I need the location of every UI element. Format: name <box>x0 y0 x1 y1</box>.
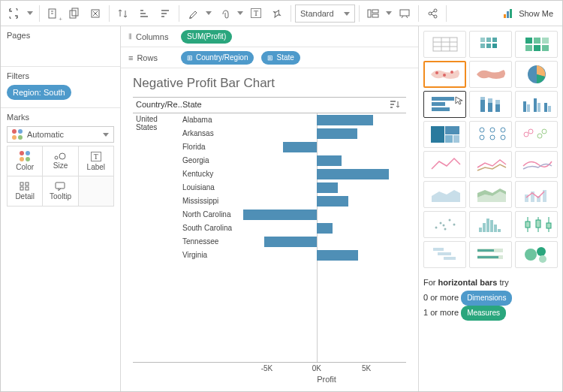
swap-icon[interactable] <box>113 4 133 23</box>
attach-icon[interactable] <box>215 4 234 23</box>
bar[interactable] <box>317 115 374 125</box>
thumb-treemap[interactable] <box>423 121 466 148</box>
thumb-packed-bubbles[interactable] <box>515 241 558 268</box>
thumb-box-plot[interactable] <box>515 211 558 238</box>
bar[interactable] <box>243 210 317 220</box>
thumb-dual-combo[interactable] <box>515 181 558 208</box>
thumb-histogram[interactable] <box>469 211 512 238</box>
marks-label[interactable]: T Label <box>79 146 114 176</box>
clear-sheet-icon[interactable] <box>86 4 105 23</box>
svg-point-81 <box>490 128 495 132</box>
thumb-symbol-map[interactable] <box>423 61 466 88</box>
thumb-side-by-side-bar[interactable] <box>515 91 558 118</box>
bar[interactable] <box>317 223 333 234</box>
state-label[interactable]: North Carolina <box>179 208 247 222</box>
pages-shelf[interactable]: Pages <box>1 26 120 67</box>
state-label[interactable]: Virginia <box>179 249 247 262</box>
marks-size[interactable]: Size <box>43 146 78 176</box>
bar[interactable] <box>264 237 317 247</box>
svg-point-97 <box>453 224 455 226</box>
viz-title[interactable]: Negative Profit Bar Chart <box>133 76 406 91</box>
country-label[interactable]: United States <box>133 113 179 362</box>
thumb-scatter[interactable] <box>423 211 466 238</box>
thumb-text-table[interactable] <box>423 31 466 58</box>
svg-rect-108 <box>536 220 540 228</box>
sort-icon[interactable] <box>247 98 406 113</box>
svg-rect-32 <box>26 182 29 185</box>
marks-detail[interactable]: Detail <box>8 176 43 207</box>
thumb-line-discrete[interactable] <box>469 151 512 178</box>
svg-rect-68 <box>495 100 500 104</box>
thumb-bullet[interactable] <box>469 241 512 268</box>
state-label[interactable]: Alabama <box>179 113 247 127</box>
header-country[interactable]: Country/Re.. <box>133 98 179 113</box>
state-label[interactable]: Georgia <box>179 154 247 167</box>
columns-shelf[interactable]: ⦀Columns SUM(Profit) <box>121 26 418 47</box>
rows-pill-country[interactable]: ⊞Country/Region <box>181 51 254 65</box>
filter-pill-region[interactable]: Region: South <box>7 85 71 100</box>
text-label-icon[interactable]: T <box>246 4 266 23</box>
state-label[interactable]: Louisiana <box>179 181 247 194</box>
svg-point-30 <box>59 153 65 159</box>
svg-point-95 <box>444 228 446 231</box>
thumb-stacked-bar[interactable] <box>469 91 512 118</box>
thumb-line-continuous[interactable] <box>423 151 466 178</box>
rows-pill-state[interactable]: ⊞State <box>261 51 300 65</box>
svg-point-56 <box>435 71 438 74</box>
marks-type-select[interactable]: Automatic <box>7 126 114 143</box>
thumb-filled-map[interactable] <box>469 61 512 88</box>
fit-mode-select[interactable]: Standard <box>295 5 355 23</box>
dropdown-caret-icon[interactable] <box>236 4 245 23</box>
svg-rect-65 <box>488 103 492 112</box>
state-label[interactable]: South Carolina <box>179 222 247 235</box>
thumb-side-circle[interactable] <box>515 121 558 148</box>
duplicate-icon[interactable] <box>65 4 84 23</box>
thumb-area[interactable] <box>423 181 466 208</box>
header-state[interactable]: State <box>179 98 247 113</box>
bar[interactable] <box>317 196 348 207</box>
state-label[interactable]: Arkansas <box>179 127 247 140</box>
thumb-circle-views[interactable] <box>469 121 512 148</box>
bar[interactable] <box>317 169 390 179</box>
dropdown-caret-icon[interactable] <box>384 4 393 23</box>
state-label[interactable]: Mississippi <box>179 194 247 208</box>
bar[interactable] <box>283 142 317 152</box>
filters-shelf[interactable]: Filters Region: South <box>1 67 120 108</box>
dropdown-caret-icon[interactable] <box>204 4 213 23</box>
state-label[interactable]: Florida <box>179 140 247 154</box>
dropdown-caret-icon[interactable] <box>25 4 35 23</box>
sort-asc-icon[interactable] <box>134 4 154 23</box>
thumb-area-discrete[interactable] <box>469 181 512 208</box>
highlight-icon[interactable] <box>183 4 203 23</box>
columns-label: Columns <box>136 32 168 41</box>
cards-icon[interactable] <box>363 4 383 23</box>
columns-pill-profit[interactable]: SUM(Profit) <box>181 30 232 44</box>
rows-shelf[interactable]: ≡Rows ⊞Country/Region ⊞State <box>121 47 418 68</box>
presentation-icon[interactable] <box>395 4 414 23</box>
thumb-hbar[interactable] <box>423 91 466 118</box>
axis-tick: 5K <box>362 364 371 372</box>
state-label[interactable]: Kentucky <box>179 167 247 181</box>
marks-color[interactable]: Color <box>8 146 43 176</box>
bar[interactable] <box>317 128 357 139</box>
thumb-heatmap[interactable] <box>469 31 512 58</box>
bar[interactable] <box>317 250 359 261</box>
thumb-highlight-table[interactable] <box>515 31 558 58</box>
new-sheet-icon[interactable]: + <box>44 4 63 23</box>
svg-rect-26 <box>504 14 506 18</box>
thumb-gantt[interactable] <box>423 241 466 268</box>
bar[interactable] <box>317 182 338 193</box>
thumb-dual-line[interactable] <box>515 151 558 178</box>
marks-tooltip[interactable]: Tooltip <box>43 176 78 207</box>
thumb-pie[interactable] <box>515 61 558 88</box>
chart-canvas[interactable] <box>247 113 406 362</box>
undo-redo-sync-icon[interactable] <box>4 4 23 23</box>
sort-desc-icon[interactable] <box>155 4 175 23</box>
bar[interactable] <box>317 155 342 166</box>
svg-rect-74 <box>548 106 551 112</box>
pin-icon[interactable] <box>267 4 287 23</box>
show-me-button[interactable]: Show Me <box>497 4 559 23</box>
state-label[interactable]: Tennessee <box>179 235 247 249</box>
share-icon[interactable] <box>423 4 442 23</box>
hint-pill-measures: Measures <box>461 306 506 321</box>
